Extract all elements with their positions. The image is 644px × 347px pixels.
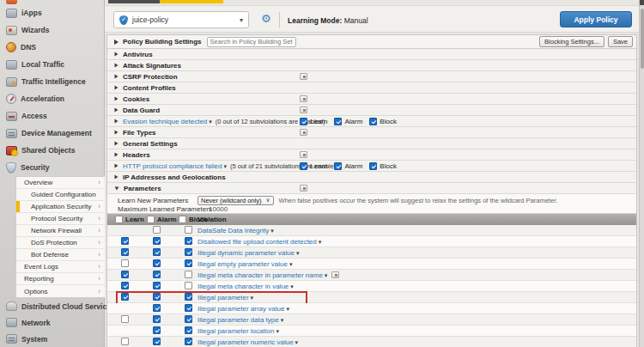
blocking-settings-button[interactable]: Blocking Settings... [539, 36, 605, 47]
sidebar-item[interactable]: Security [0, 159, 104, 176]
block-checkbox[interactable] [185, 248, 192, 256]
popup-icon[interactable] [300, 95, 307, 102]
sidebar-item[interactable]: Device Management [0, 125, 104, 142]
block-checkbox[interactable] [369, 118, 377, 125]
popup-icon[interactable] [300, 129, 307, 136]
learn-checkbox[interactable] [121, 293, 129, 301]
violation-link[interactable]: Illegal parameter numeric value [197, 338, 294, 346]
submenu-item[interactable]: Reporting [16, 273, 105, 285]
sidebar-item[interactable]: Access [0, 107, 104, 125]
section-row[interactable]: Attack Signatures Learn Alarm Block [107, 60, 636, 71]
alarm-checkbox[interactable] [153, 293, 161, 301]
learn-checkbox[interactable] [121, 315, 129, 323]
violation-link[interactable]: Illegal dynamic parameter value [197, 249, 295, 257]
gear-icon[interactable] [261, 13, 271, 24]
submenu-item[interactable]: Network Firewall [16, 225, 105, 237]
sidebar-item[interactable]: iApps [0, 4, 104, 21]
section-row[interactable]: Evasion technique detected (0 out of 12 … [107, 116, 636, 127]
sidebar-item[interactable]: Network [0, 314, 104, 331]
section-row[interactable]: HTTP protocol compliance failed (5 out o… [107, 161, 636, 172]
section-row[interactable]: Cookies Learn Alarm Block [107, 94, 636, 105]
sidebar-item[interactable]: Local Traffic [0, 56, 104, 73]
block-checkbox[interactable] [185, 282, 192, 289]
alarm-checkbox[interactable] [153, 259, 161, 267]
scrollbar-thumb[interactable] [641, 9, 644, 69]
alarm-checkbox[interactable] [153, 271, 161, 278]
section-row[interactable]: Headers Learn Alarm Block [107, 149, 636, 161]
alarm-checkbox[interactable] [153, 315, 161, 323]
violation-link[interactable]: Illegal meta character in value [197, 283, 289, 290]
sidebar-item[interactable]: Wizards [0, 21, 104, 39]
sidebar-item[interactable]: DNS [0, 39, 104, 56]
learn-checkbox[interactable] [300, 118, 307, 125]
section-row[interactable]: Parameters Learn Alarm Block [107, 183, 636, 194]
section-row[interactable]: IP Addresses and Geolocations Learn Alar… [107, 172, 636, 183]
submenu-item[interactable]: Options [16, 285, 105, 297]
page-scrollbar[interactable] [639, 0, 644, 347]
learn-checkbox[interactable] [121, 259, 129, 267]
block-checkbox[interactable] [185, 315, 192, 323]
violation-link[interactable]: Disallowed file upload content detected [197, 238, 317, 246]
block-checkbox[interactable] [369, 162, 377, 170]
alarm-checkbox[interactable] [153, 282, 161, 289]
submenu-item[interactable]: Bot Defense [16, 249, 105, 261]
violation-link[interactable]: Illegal parameter data type [197, 316, 279, 324]
learn-checkbox[interactable] [121, 237, 129, 245]
alarm-checkbox[interactable] [153, 338, 161, 345]
block-checkbox[interactable] [185, 259, 192, 267]
block-checkbox[interactable] [185, 326, 192, 334]
violation-link[interactable]: Illegal parameter [197, 294, 249, 301]
learn-checkbox[interactable] [121, 271, 129, 278]
section-row[interactable]: File Types Learn Alarm Block [107, 127, 636, 138]
section-row[interactable]: Content Profiles Learn Alarm Block [107, 82, 636, 94]
apply-policy-button[interactable]: Apply Policy [560, 11, 632, 27]
alarm-checkbox[interactable] [153, 326, 161, 334]
sidebar-item[interactable]: Traffic Intelligence [0, 73, 104, 90]
alarm-checkbox[interactable] [153, 304, 161, 312]
violation-link[interactable]: DataSafe Data Integrity [197, 227, 269, 234]
block-select-all-checkbox[interactable] [179, 216, 186, 223]
collapse-arrow-icon[interactable] [114, 40, 118, 45]
block-checkbox[interactable] [185, 237, 192, 245]
violation-link[interactable]: Illegal meta character in parameter name [197, 271, 323, 279]
save-button[interactable]: Save [608, 36, 633, 47]
sidebar-item[interactable]: Acceleration [0, 90, 104, 107]
section-row[interactable]: CSRF Protection Learn Alarm Block [107, 71, 636, 82]
learn-checkbox[interactable] [121, 248, 129, 256]
submenu-item[interactable]: Overview [16, 177, 105, 189]
submenu-item[interactable]: Application Security [16, 201, 105, 213]
block-checkbox[interactable] [185, 226, 192, 234]
submenu-item[interactable]: DoS Protection [16, 237, 105, 249]
learn-checkbox[interactable] [300, 162, 307, 170]
block-checkbox[interactable] [185, 271, 192, 278]
alarm-checkbox[interactable] [153, 226, 161, 234]
learn-checkbox[interactable] [121, 338, 129, 345]
submenu-item[interactable]: Event Logs [16, 261, 105, 273]
alarm-checkbox[interactable] [153, 248, 161, 256]
learn-new-parameters-select[interactable]: Never (wildcard only) [197, 196, 274, 205]
block-checkbox[interactable] [185, 304, 192, 312]
block-checkbox[interactable] [185, 293, 192, 301]
violation-link[interactable]: Illegal empty parameter value [197, 260, 288, 268]
submenu-item[interactable]: Protocol Security [16, 213, 105, 225]
violation-link[interactable]: Illegal parameter array value [197, 305, 284, 313]
popup-icon[interactable] [300, 73, 307, 80]
popup-icon[interactable] [331, 271, 339, 278]
popup-icon[interactable] [300, 185, 307, 192]
popup-icon[interactable] [300, 151, 307, 158]
section-row[interactable]: General Settings Learn Alarm Block [107, 138, 636, 149]
learn-checkbox[interactable] [121, 282, 129, 289]
learn-select-all-checkbox[interactable] [115, 216, 123, 223]
sidebar-item[interactable]: Distributed Cloud Services [0, 298, 104, 314]
sidebar-item[interactable]: Shared Objects [0, 142, 104, 159]
popup-icon[interactable] [300, 107, 307, 113]
section-row[interactable]: Data Guard Learn Alarm Block [107, 105, 636, 116]
policy-selector[interactable]: juice-policy [113, 11, 249, 28]
alarm-checkbox[interactable] [334, 162, 342, 170]
section-row[interactable]: Antivirus Learn Alarm Block [107, 49, 636, 60]
alarm-checkbox[interactable] [334, 118, 342, 125]
alarm-checkbox[interactable] [153, 237, 161, 245]
violation-link[interactable]: Illegal parameter location [197, 327, 274, 335]
submenu-item[interactable]: Guided Configuration [16, 189, 105, 201]
sidebar-item[interactable]: System [0, 331, 104, 347]
